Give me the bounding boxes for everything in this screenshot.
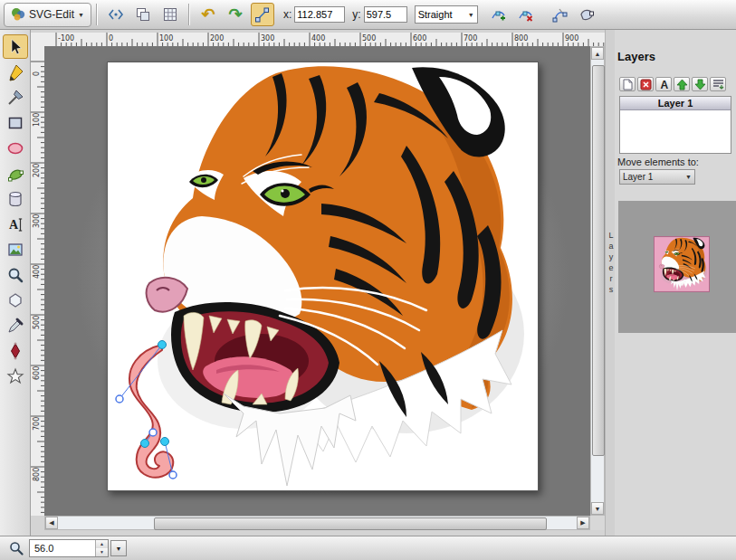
image-icon <box>6 241 24 259</box>
new-layer-icon <box>621 78 635 91</box>
svg-text:800: 800 <box>514 34 528 43</box>
rename-layer-button[interactable]: A <box>655 77 672 91</box>
svg-text:700: 700 <box>33 417 41 431</box>
merge-layer-icon <box>712 78 725 91</box>
bezier-control-handle[interactable] <box>149 429 157 436</box>
add-subpath-icon <box>579 7 595 23</box>
diamond-tool-button[interactable] <box>3 338 28 363</box>
caret-down-icon: ▼ <box>468 12 474 18</box>
magnifier-icon <box>6 266 24 284</box>
diamond-icon <box>6 342 24 360</box>
arrow-down-icon <box>693 78 707 91</box>
y-input[interactable] <box>364 6 407 23</box>
link-control-points-button[interactable] <box>251 3 274 26</box>
rectangle-icon <box>6 114 24 132</box>
arrow-up-icon <box>675 78 689 91</box>
eyedropper-tool-button[interactable] <box>3 313 28 337</box>
link-control-points-icon <box>254 7 270 23</box>
svg-canvas[interactable] <box>107 62 539 491</box>
ellipse-icon <box>6 139 24 157</box>
path-node[interactable] <box>161 438 169 446</box>
canvas-workarea[interactable] <box>44 46 590 516</box>
zoom-dropdown-button[interactable]: ▼ <box>110 540 127 556</box>
ellipse-tool-button[interactable] <box>3 136 28 160</box>
star-tool-button[interactable] <box>3 364 28 388</box>
svg-text:A: A <box>660 79 668 91</box>
svg-text:300: 300 <box>33 214 41 228</box>
layer-row[interactable]: Layer 1 <box>620 97 731 110</box>
zoom-spin-down[interactable]: ▼ <box>96 548 108 556</box>
main-menu-button[interactable]: SVG-Edit ▼ <box>4 3 91 27</box>
path-tool-button[interactable] <box>3 161 28 185</box>
zoom-spinner: ▲ ▼ <box>95 540 108 556</box>
scroll-left-button[interactable]: ◀ <box>45 517 58 529</box>
pencil-tool-button[interactable] <box>3 60 28 84</box>
path-node[interactable] <box>158 341 167 349</box>
preview-panel <box>618 201 736 333</box>
svg-text:100: 100 <box>33 113 41 127</box>
segment-type-value: Straight <box>418 9 453 20</box>
polygon-tool-button[interactable] <box>3 288 28 312</box>
zoom-tool-button[interactable] <box>3 262 28 287</box>
delete-layer-button[interactable] <box>637 77 654 91</box>
redo-icon: ↷ <box>228 6 242 23</box>
source-icon <box>108 6 124 23</box>
layer-buttons-row: A <box>619 77 726 91</box>
select-tool-button[interactable] <box>3 34 28 59</box>
scroll-down-button[interactable]: ▼ <box>591 502 604 515</box>
source-button[interactable] <box>104 3 128 26</box>
bezier-control-handle[interactable] <box>169 471 177 479</box>
x-label: x: <box>283 8 292 21</box>
segment-type-select[interactable]: Straight ▼ <box>415 5 478 24</box>
grid-button[interactable] <box>158 3 182 26</box>
text-tool-button[interactable]: A <box>3 212 28 236</box>
redo-button[interactable]: ↷ <box>224 3 247 26</box>
svg-text:800: 800 <box>33 468 41 481</box>
shape-library-button[interactable] <box>3 186 28 211</box>
drawing-thumbnail[interactable] <box>654 236 710 292</box>
vertical-scroll-thumb[interactable] <box>592 65 605 456</box>
move-layer-value: Layer 1 <box>623 172 653 182</box>
control-handle-line <box>119 345 162 399</box>
merge-layer-button[interactable] <box>710 77 726 91</box>
open-path-button[interactable] <box>549 3 572 26</box>
svg-text:A: A <box>9 218 19 232</box>
pencil-icon <box>6 63 24 81</box>
scroll-right-button[interactable]: ▶ <box>577 517 589 529</box>
zoom-spin-up[interactable]: ▲ <box>96 540 108 548</box>
wireframe-button[interactable] <box>131 3 155 26</box>
scroll-up-button[interactable]: ▲ <box>591 47 604 60</box>
star-icon <box>6 367 24 385</box>
move-layer-up-button[interactable] <box>674 77 690 91</box>
move-layer-down-button[interactable] <box>692 77 708 91</box>
toolbar-separator <box>96 4 98 25</box>
line-tool-button[interactable] <box>3 85 28 109</box>
open-path-icon <box>552 7 568 23</box>
rect-tool-button[interactable] <box>3 110 28 135</box>
zoom-input[interactable]: 56.0 ▲ ▼ <box>29 539 109 557</box>
path-node[interactable] <box>141 440 149 448</box>
add-subpath-button[interactable] <box>576 3 599 26</box>
scrollbar-corner <box>590 516 605 530</box>
wireframe-icon <box>135 6 151 23</box>
bezier-control-handle[interactable] <box>116 395 123 403</box>
vertical-scrollbar[interactable]: ▲ ▼ <box>590 46 605 516</box>
new-layer-button[interactable] <box>619 77 636 91</box>
x-input[interactable] <box>294 6 345 23</box>
undo-button[interactable]: ↶ <box>196 3 220 26</box>
undo-icon: ↶ <box>201 6 215 23</box>
svg-text:500: 500 <box>33 316 41 329</box>
svg-text:300: 300 <box>261 34 274 43</box>
horizontal-scroll-thumb[interactable] <box>154 517 547 530</box>
image-tool-button[interactable] <box>3 237 28 261</box>
horizontal-scrollbar[interactable]: ◀ ▶ <box>44 516 590 530</box>
vertical-ruler: 0100200300400500600700800900 <box>31 46 45 516</box>
left-toolbar: A <box>0 30 31 536</box>
delete-layer-icon <box>639 78 653 91</box>
delete-node-icon <box>518 7 533 23</box>
rename-layer-icon: A <box>657 78 671 91</box>
add-node-button[interactable] <box>487 3 511 26</box>
move-layer-select[interactable]: Layer 1 ▼ <box>619 169 695 185</box>
svg-edit-app: SVG-Edit ▼ ↶ ↷ <box>0 0 736 560</box>
delete-node-button[interactable] <box>514 3 538 26</box>
